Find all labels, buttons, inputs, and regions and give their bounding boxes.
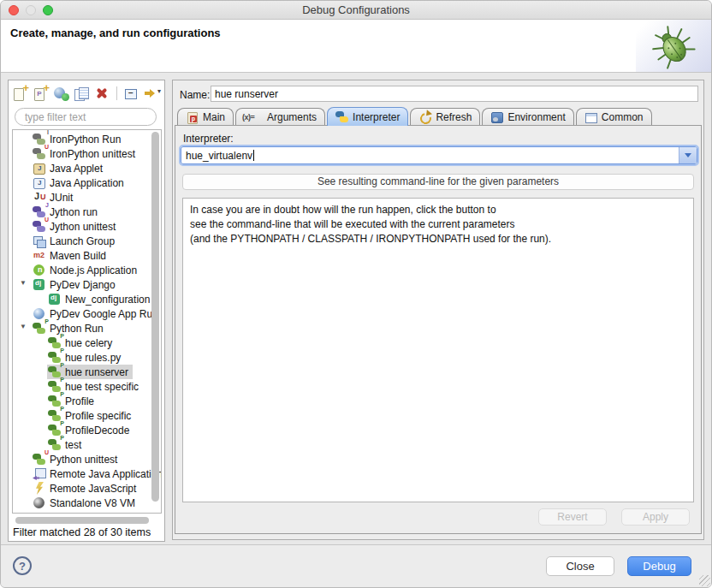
tab-icon: [335, 111, 348, 123]
tab-icon: [186, 111, 199, 123]
tree-item-label: hue rules.py: [65, 352, 121, 364]
tree-item-java-applet[interactable]: Java Applet: [13, 161, 150, 175]
tree-horizontal-scrollbar[interactable]: [15, 517, 149, 524]
tab-icon: [244, 111, 263, 123]
tree-item-label: New_configuration: [65, 294, 150, 306]
tree-item-profile-specific[interactable]: P Profile specific: [13, 408, 150, 423]
tree-item-label: Node.js Application: [50, 264, 137, 276]
tree-item-python-unittest[interactable]: U Python unittest: [13, 452, 150, 466]
toolbar-divider[interactable]: [116, 86, 117, 100]
tree-item-profiledecode[interactable]: P ProfileDecode: [13, 423, 150, 437]
tree-item-new-configuration[interactable]: New_configuration: [13, 292, 150, 306]
tree-item-test[interactable]: P test: [13, 437, 150, 452]
interpreter-value: hue_virtualenv: [186, 150, 252, 162]
bug-banner: [636, 20, 711, 72]
tab-arguments[interactable]: Arguments: [235, 108, 325, 126]
tree-item-label: Python unittest: [50, 454, 117, 466]
close-window-button[interactable]: [9, 5, 19, 15]
tree-item-maven-build[interactable]: Maven Build: [13, 248, 150, 263]
tree-item-hue-test-specific[interactable]: P hue test specific: [13, 379, 150, 394]
tree-item-icon: [33, 278, 46, 291]
bug-icon: [650, 23, 697, 69]
tree-item-java-application[interactable]: Java Application: [13, 175, 150, 190]
tree-item-label: ProfileDecode: [65, 425, 129, 437]
tree-item-standalone-v8-vm[interactable]: Standalone V8 VM: [13, 496, 150, 510]
apply-button[interactable]: Apply: [621, 508, 690, 526]
dialog-footer: ? Close Debug: [1, 544, 711, 587]
filter-input[interactable]: [15, 108, 157, 126]
resize-grip[interactable]: [699, 575, 710, 586]
tree-item-ironpython-unittest[interactable]: U IronPython unittest: [13, 146, 150, 161]
see-command-line-button[interactable]: See resulting command-line for the given…: [182, 174, 694, 190]
tree-item-profile[interactable]: P Profile: [13, 394, 150, 408]
duplicate-button[interactable]: [73, 86, 91, 101]
delete-button[interactable]: [93, 86, 111, 101]
debug-button[interactable]: Debug: [627, 556, 691, 576]
interpreter-combobox[interactable]: hue_virtualenv: [181, 146, 697, 164]
text-caret: [253, 150, 254, 161]
configuration-detail-panel: Name: Main Arguments Interpreter Refresh…: [172, 80, 704, 540]
tree-vertical-scrollbar[interactable]: [151, 132, 159, 502]
tree-item-nodejs-application[interactable]: Node.js Application: [13, 263, 150, 277]
tab-icon: [490, 111, 503, 123]
tree-item-label: Launch Group: [50, 235, 115, 247]
tree-item-icon: [33, 264, 46, 276]
tree-item-hue-rules-py[interactable]: P hue rules.py: [13, 350, 150, 365]
tree-item-label: Jython run: [50, 206, 98, 218]
tree-item-remote-java-application[interactable]: Remote Java Application: [13, 466, 150, 481]
tree-item-label: Profile specific: [65, 410, 131, 422]
interpreter-label: Interpreter:: [183, 133, 234, 145]
tree-item-label: Standalone V8 VM: [50, 497, 135, 509]
tree-item-pydev-django[interactable]: PyDev Django: [13, 277, 150, 292]
tab-icon: [584, 111, 597, 123]
configurations-treebox: I IronPython Run U IronPython unittest J…: [12, 129, 162, 514]
tree-item-pydev-google-app-run[interactable]: PyDev Google App Run: [13, 306, 150, 321]
export-launch-configurations-button[interactable]: [52, 86, 70, 101]
tab-main[interactable]: Main: [177, 108, 234, 126]
tree-item-jython-unittest[interactable]: U Jython unittest: [13, 219, 150, 234]
tab-common[interactable]: Common: [576, 108, 652, 126]
tree-item-label: Remote JavaScript: [50, 483, 136, 495]
new-launch-configuration-button[interactable]: [11, 86, 29, 101]
tree-item-icon: [33, 496, 46, 509]
tree-item-python-run[interactable]: P Python Run: [13, 321, 150, 336]
configurations-tree: I IronPython Run U IronPython unittest J…: [13, 132, 150, 510]
command-line-info-text: In case you are in doubt how will the ru…: [182, 198, 694, 502]
tab-label: Arguments: [267, 111, 317, 123]
tab-environment[interactable]: Environment: [482, 108, 573, 126]
tree-item-label: Maven Build: [50, 250, 106, 262]
tab-refresh[interactable]: Refresh: [410, 108, 480, 126]
tree-item-hue-runserver[interactable]: P hue runserver: [13, 365, 150, 379]
tab-label: Interpreter: [353, 111, 400, 123]
tree-item-hue-celery[interactable]: P hue celery: [13, 336, 150, 350]
tree-item-label: JUnit: [50, 192, 73, 204]
tree-item-jython-run[interactable]: J Jython run: [13, 205, 150, 219]
configurations-toolbar: [11, 83, 161, 104]
tree-item-icon: [33, 467, 46, 480]
new-launch-prototype-button[interactable]: [32, 86, 50, 101]
expand-arrow-icon[interactable]: [20, 279, 29, 287]
tree-item-icon: U: [33, 220, 46, 233]
tree-item-remote-javascript[interactable]: Remote JavaScript: [13, 481, 150, 496]
title-bar: Debug Configurations: [1, 1, 711, 20]
tree-item-junit[interactable]: JUnit: [13, 190, 150, 205]
tab-content: Interpreter: hue_virtualenv See resultin…: [175, 125, 702, 534]
expand-arrow-icon[interactable]: [20, 323, 29, 330]
combobox-dropdown-button[interactable]: [679, 147, 697, 163]
collapse-all-button[interactable]: [122, 86, 140, 101]
tree-item-icon: [33, 176, 46, 189]
tree-item-label: hue celery: [65, 337, 112, 349]
tree-item-launch-group[interactable]: Launch Group: [13, 234, 150, 248]
name-input[interactable]: [211, 86, 698, 102]
tree-item-label: hue test specific: [65, 381, 139, 393]
filter-launch-configurations-button[interactable]: [143, 86, 161, 101]
revert-button[interactable]: Revert: [538, 508, 607, 526]
help-button[interactable]: ?: [13, 556, 32, 575]
zoom-window-button[interactable]: [43, 5, 53, 15]
close-button[interactable]: Close: [546, 556, 614, 576]
tab-interpreter[interactable]: Interpreter: [327, 107, 408, 126]
dialog-header: Create, manage, and run configurations: [1, 20, 711, 73]
minimize-window-button[interactable]: [26, 5, 36, 15]
tree-item-ironpython-run[interactable]: I IronPython Run: [13, 132, 150, 146]
tree-item-label: hue runserver: [65, 366, 128, 378]
